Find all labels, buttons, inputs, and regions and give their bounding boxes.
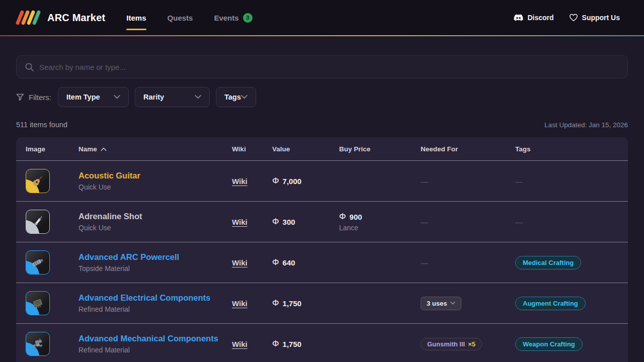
rarity-dropdown[interactable]: Rarity (135, 87, 210, 107)
item-name-link[interactable]: Advanced ARC Powercell (78, 252, 232, 262)
item-type-label: Topside Material (78, 264, 232, 273)
top-navigation-bar: ARC Market Items Quests Events 3 Discord… (0, 0, 644, 35)
main-content: Filters: Item Type Rarity Tags 511 items… (0, 55, 644, 362)
value-cell: Φ 640 (272, 257, 339, 267)
value-amount: 1,750 (283, 340, 302, 348)
wiki-link[interactable]: Wiki (232, 299, 248, 308)
value-cell: Φ 1,750 (272, 339, 339, 349)
item-thumbnail (26, 250, 50, 275)
discord-link[interactable]: Discord (514, 14, 553, 22)
brand-name: ARC Market (47, 12, 105, 24)
item-type-label: Refined Material (78, 305, 232, 313)
support-us-link[interactable]: Support Us (569, 14, 620, 22)
currency-icon: Φ (272, 298, 279, 308)
tags-dropdown[interactable]: Tags (216, 87, 256, 107)
item-type-label: Quick Use (78, 183, 232, 191)
quest-name: Gunsmith III (427, 340, 465, 348)
item-thumbnail (26, 169, 50, 193)
header-gradient-divider (0, 35, 644, 36)
item-name-link[interactable]: Acoustic Guitar (78, 171, 232, 180)
results-meta-row: 511 items found Last Updated: Jan 15, 20… (16, 121, 628, 129)
tags-empty: — (515, 177, 618, 186)
chevron-down-icon (195, 95, 201, 99)
item-name-link[interactable]: Advanced Electrical Components (78, 293, 232, 303)
item-type-dropdown-label: Item Type (66, 93, 100, 101)
value-cell: Φ 7,000 (272, 176, 339, 186)
nav-item-items[interactable]: Items (126, 11, 146, 25)
currency-icon: Φ (272, 176, 279, 186)
value-amount: 300 (283, 218, 295, 226)
chevron-down-icon (241, 95, 248, 99)
column-header-wiki: Wiki (232, 145, 272, 153)
nav-item-events[interactable]: Events 3 (214, 10, 252, 26)
item-name-cell: Advanced Electrical Components Refined M… (78, 293, 232, 313)
needed-for-cell: Gunsmith III ×5 (421, 338, 515, 350)
needed-for-empty: — (421, 258, 515, 267)
item-thumbnail (26, 210, 50, 234)
item-name-cell: Adrenaline Shot Quick Use (78, 212, 232, 232)
topnav-links: Discord Support Us (514, 14, 620, 22)
mechanical-parts-icon (29, 335, 46, 352)
wiki-link[interactable]: Wiki (232, 218, 248, 226)
chevron-down-icon (450, 302, 455, 305)
tags-cell: Medical Crafting (515, 256, 618, 269)
table-row[interactable]: Advanced Mechanical Components Refined M… (16, 323, 628, 362)
events-count-badge: 3 (243, 13, 253, 23)
needed-for-empty: — (421, 218, 515, 226)
last-updated: Last Updated: Jan 15, 2026 (544, 121, 628, 129)
powercell-icon (29, 254, 46, 271)
column-header-value: Value (272, 145, 339, 153)
tag-pill[interactable]: Medical Crafting (515, 256, 581, 269)
item-name-cell: Acoustic Guitar Quick Use (78, 171, 232, 191)
nav-item-events-label: Events (214, 14, 238, 22)
circuit-board-icon (29, 295, 46, 312)
tags-cell: Weapon Crafting (515, 337, 618, 351)
currency-icon: Φ (272, 339, 279, 349)
item-thumbnail (26, 291, 50, 315)
needed-for-cell: 3 uses (421, 297, 515, 310)
buy-price: Φ 900 (339, 212, 421, 222)
sort-ascending-icon (101, 147, 107, 151)
nav-item-quests[interactable]: Quests (168, 11, 193, 25)
column-header-needed-for: Needed For (421, 145, 515, 153)
search-input[interactable] (39, 63, 619, 71)
item-type-label: Quick Use (78, 224, 232, 232)
brand[interactable]: ARC Market (18, 9, 105, 26)
table-row[interactable]: Advanced ARC Powercell Topside Material … (16, 242, 628, 283)
tag-pill[interactable]: Weapon Crafting (515, 337, 583, 351)
tags-dropdown-label: Tags (224, 93, 241, 101)
tags-empty: — (515, 218, 618, 226)
wiki-link[interactable]: Wiki (232, 258, 248, 267)
column-header-name-label: Name (78, 145, 97, 153)
item-thumbnail (26, 332, 50, 356)
needed-for-empty: — (421, 177, 515, 186)
item-name-link[interactable]: Adrenaline Shot (78, 212, 232, 221)
discord-icon (514, 14, 523, 22)
value-amount: 7,000 (283, 177, 302, 186)
filters-label: Filters: (16, 93, 51, 102)
tags-cell: Augment Crafting (515, 297, 618, 310)
column-header-tags: Tags (515, 145, 618, 153)
table-row[interactable]: Advanced Electrical Components Refined M… (16, 283, 628, 323)
wiki-link[interactable]: Wiki (232, 340, 248, 348)
quest-requirement-pill[interactable]: Gunsmith III ×5 (421, 338, 482, 350)
currency-icon: Φ (339, 212, 346, 222)
column-header-buy-price: Buy Price (339, 145, 421, 153)
item-type-dropdown[interactable]: Item Type (58, 87, 129, 107)
nav-item-items-label: Items (126, 14, 146, 22)
table-row[interactable]: Adrenaline Shot Quick Use Wiki Φ 300 Φ 9… (16, 201, 628, 242)
tag-pill[interactable]: Augment Crafting (515, 297, 586, 310)
chevron-down-icon (114, 95, 120, 99)
column-header-name[interactable]: Name (78, 145, 232, 153)
value-cell: Φ 1,750 (272, 298, 339, 308)
item-type-label: Refined Material (78, 346, 232, 354)
item-name-link[interactable]: Advanced Mechanical Components (78, 334, 232, 343)
support-us-link-label: Support Us (582, 14, 620, 22)
quest-count: ×5 (468, 340, 475, 348)
table-row[interactable]: Acoustic Guitar Quick Use Wiki Φ 7,000 —… (16, 160, 628, 201)
buy-price-cell: Φ 900 Lance (339, 212, 421, 232)
wiki-link[interactable]: Wiki (232, 177, 248, 186)
column-header-image: Image (26, 145, 78, 153)
main-nav: Items Quests Events 3 (126, 10, 252, 26)
uses-dropdown-button[interactable]: 3 uses (421, 297, 461, 310)
